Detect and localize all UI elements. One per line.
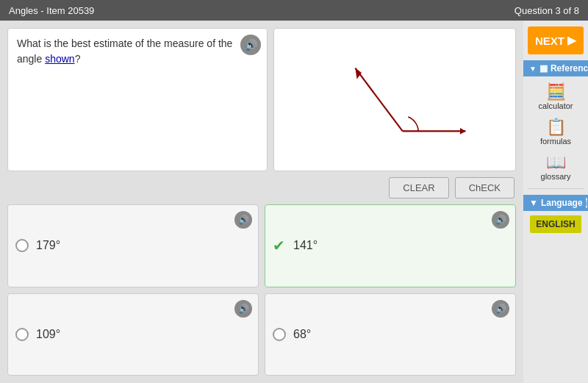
clear-button[interactable]: CLEAR xyxy=(389,177,448,198)
audio-icon-c: 🔊 xyxy=(238,304,249,314)
audio-icon-a: 🔊 xyxy=(238,215,249,225)
check-mark-b: ✔ xyxy=(273,238,285,253)
choice-a[interactable]: 179° 🔊 xyxy=(7,204,259,287)
choice-a-radio xyxy=(15,239,29,252)
audio-icon: 🔊 xyxy=(245,39,257,51)
question-text: What is the best estimate of the measure… xyxy=(17,36,258,67)
main-layout: What is the best estimate of the measure… xyxy=(0,21,588,383)
next-button[interactable]: NEXT ▶ xyxy=(528,26,584,54)
choices-right: ✔ 141° 🔊 68° 🔊 xyxy=(265,204,516,376)
angle-diagram xyxy=(274,29,515,171)
english-button[interactable]: ENGLISH xyxy=(530,215,581,233)
check-button[interactable]: ChECK xyxy=(455,177,514,198)
buttons-row: CLEAR ChECK xyxy=(7,177,516,198)
content-area: What is the best estimate of the measure… xyxy=(0,21,523,383)
calculator-tool[interactable]: 🧮 calculator xyxy=(523,79,588,115)
title-bar: Angles - Item 20539 Question 3 of 8 xyxy=(0,0,588,21)
next-label: NEXT xyxy=(535,35,564,47)
language-label: Language xyxy=(541,198,583,208)
question-audio-button[interactable]: 🔊 xyxy=(240,35,261,55)
shown-link[interactable]: shown xyxy=(45,53,74,65)
svg-line-2 xyxy=(355,68,402,132)
choice-c-radio xyxy=(15,328,29,341)
language-header: ▼ Language i xyxy=(523,195,588,211)
formulas-icon: 📋 xyxy=(546,119,566,135)
choice-b-text: 141° xyxy=(293,239,318,252)
lang-triangle-icon: ▼ xyxy=(529,198,538,208)
choices-left: 179° 🔊 109° 🔊 xyxy=(7,204,259,376)
triangle-icon: ▼ xyxy=(529,65,537,73)
glossary-tool[interactable]: 📖 glossary xyxy=(523,150,588,185)
question-box: What is the best estimate of the measure… xyxy=(7,28,268,171)
title-right: Question 3 of 8 xyxy=(514,5,579,16)
calculator-label: calculator xyxy=(538,101,573,110)
next-arrow-icon: ▶ xyxy=(567,34,576,47)
reference-header: ▼ ▦ Reference xyxy=(523,60,588,76)
glossary-label: glossary xyxy=(541,172,571,181)
top-row: What is the best estimate of the measure… xyxy=(7,28,516,171)
glossary-icon: 📖 xyxy=(546,154,566,171)
formulas-label: formulas xyxy=(540,137,571,146)
formulas-tool[interactable]: 📋 formulas xyxy=(523,115,588,150)
choice-d-radio xyxy=(273,328,286,341)
audio-icon-d: 🔊 xyxy=(495,304,506,314)
choice-d-text: 68° xyxy=(293,328,311,341)
audio-icon-b: 🔊 xyxy=(495,215,506,225)
choice-d-audio[interactable]: 🔊 xyxy=(492,300,509,318)
calculator-icon: 🧮 xyxy=(546,84,566,100)
choice-d[interactable]: 68° 🔊 xyxy=(265,293,516,376)
svg-marker-1 xyxy=(460,128,466,135)
choice-c-audio[interactable]: 🔊 xyxy=(234,300,252,318)
info-icon: i xyxy=(586,198,588,208)
title-left: Angles - Item 20539 xyxy=(9,5,94,16)
choice-c[interactable]: 109° 🔊 xyxy=(7,293,259,376)
choice-b-audio[interactable]: 🔊 xyxy=(492,211,509,229)
choices-row: 179° 🔊 109° 🔊 ✔ xyxy=(7,204,516,376)
diagram-box xyxy=(273,28,516,171)
choice-a-text: 179° xyxy=(36,239,60,252)
svg-marker-3 xyxy=(355,68,362,79)
sidebar: NEXT ▶ ▼ ▦ Reference 🧮 calculator 📋 form… xyxy=(523,21,588,383)
reference-icon: ▦ xyxy=(539,63,548,74)
choice-b[interactable]: ✔ 141° 🔊 xyxy=(265,204,516,287)
language-section: ▼ Language i ENGLISH xyxy=(523,195,588,237)
choice-a-audio[interactable]: 🔊 xyxy=(234,211,252,229)
choice-c-text: 109° xyxy=(36,328,60,341)
sidebar-divider xyxy=(528,188,584,189)
